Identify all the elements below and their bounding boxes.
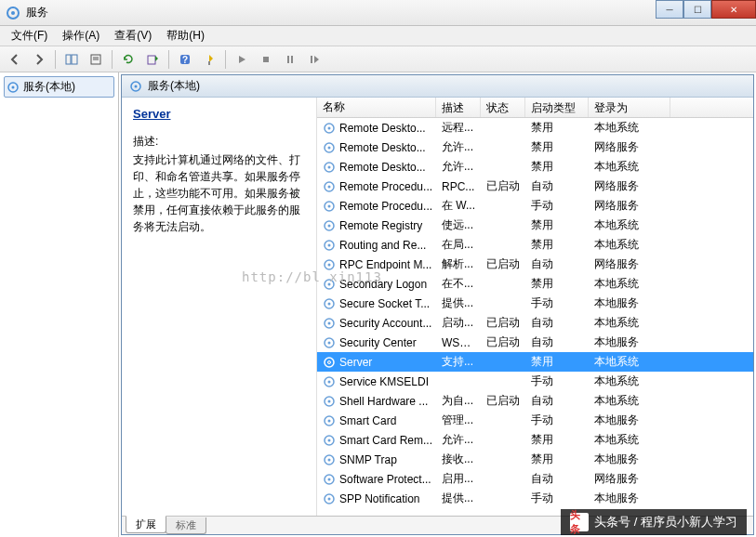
cell-startup: 禁用: [525, 157, 589, 177]
cell-logon: 网络服务: [589, 177, 670, 196]
gear-icon: [323, 356, 336, 369]
cell-name: RPC Endpoint M...: [317, 256, 436, 273]
cell-startup: 自动: [525, 391, 589, 411]
cell-startup: 禁用: [525, 235, 589, 255]
col-name[interactable]: 名称: [317, 98, 436, 117]
cell-desc: 远程...: [436, 118, 481, 138]
cell-name: Service KMSELDI: [317, 373, 436, 390]
svg-point-24: [328, 165, 331, 168]
service-row[interactable]: Secure Socket T...提供...手动本地服务: [317, 294, 753, 313]
cell-desc: 支持...: [436, 352, 481, 372]
service-row[interactable]: Smart Card管理...手动本地服务: [317, 411, 753, 430]
selected-service-name[interactable]: Server: [133, 107, 305, 121]
help-button[interactable]: ?: [174, 48, 196, 71]
pane-body: Server 描述: 支持此计算机通过网络的文件、打印、和命名管道共享。如果服务…: [122, 98, 753, 516]
svg-point-46: [328, 380, 331, 383]
menu-file[interactable]: 文件(F): [4, 26, 55, 46]
service-row[interactable]: Routing and Re...在局...禁用本地系统: [317, 235, 753, 255]
properties-button[interactable]: [85, 48, 107, 71]
tab-standard[interactable]: 标准: [166, 517, 206, 534]
svg-rect-3: [72, 55, 77, 64]
cell-startup: 禁用: [525, 430, 589, 450]
service-row[interactable]: Server支持...禁用本地系统: [317, 352, 753, 372]
menu-help[interactable]: 帮助(H): [159, 26, 212, 46]
svg-point-28: [328, 204, 331, 207]
cell-status: [481, 224, 525, 228]
export-button[interactable]: [141, 48, 164, 71]
cell-name: Shell Hardware ...: [317, 393, 436, 410]
attribution-text: 头条号 / 程序员小新人学习: [594, 514, 737, 530]
restart-service-button[interactable]: [303, 48, 325, 71]
col-status[interactable]: 状态: [481, 98, 525, 117]
cell-startup: 禁用: [525, 118, 589, 138]
refresh-button[interactable]: [117, 48, 139, 71]
service-row[interactable]: Security CenterWSC...已启动自动本地服务: [317, 333, 753, 352]
service-row[interactable]: Remote Procedu...RPC...已启动自动网络服务: [317, 177, 753, 196]
svg-rect-14: [311, 56, 312, 63]
menu-view[interactable]: 查看(V): [107, 26, 159, 46]
service-row[interactable]: Service KMSELDI手动本地系统: [317, 372, 753, 391]
stop-service-button[interactable]: [255, 48, 277, 71]
menu-action[interactable]: 操作(A): [55, 26, 107, 46]
svg-rect-11: [263, 57, 269, 62]
service-row[interactable]: SPP Notification提供...手动本地服务: [317, 489, 753, 508]
svg-rect-7: [148, 56, 155, 64]
cell-startup: 手动: [525, 411, 589, 430]
cell-name: Secondary Logon: [317, 276, 436, 293]
service-row[interactable]: RPC Endpoint M...解析...已启动自动网络服务: [317, 255, 753, 274]
svg-text:?: ?: [182, 55, 188, 65]
tree-root-services[interactable]: 服务(本地): [4, 76, 114, 98]
service-row[interactable]: Smart Card Rem...允许...禁用本地系统: [317, 430, 753, 450]
list-body[interactable]: Remote Deskto...远程...禁用本地系统Remote Deskto…: [317, 118, 753, 516]
svg-point-26: [328, 185, 331, 188]
svg-point-20: [328, 126, 331, 129]
cell-logon: 本地系统: [589, 352, 670, 372]
help-index-button[interactable]: [198, 48, 220, 71]
start-service-button[interactable]: [231, 48, 253, 71]
cell-status: 已启动: [481, 255, 525, 274]
service-row[interactable]: Shell Hardware ...为自...已启动自动本地系统: [317, 391, 753, 411]
service-row[interactable]: SNMP Trap接收...禁用本地服务: [317, 450, 753, 469]
col-desc[interactable]: 描述: [436, 98, 481, 117]
col-logon[interactable]: 登录为: [589, 98, 670, 117]
svg-rect-2: [66, 55, 71, 64]
service-row[interactable]: Remote Deskto...允许...禁用网络服务: [317, 138, 753, 157]
gear-icon: [323, 395, 336, 408]
separator: [225, 50, 226, 69]
cell-status: [481, 478, 525, 481]
maximize-button[interactable]: ☐: [683, 0, 711, 19]
gear-icon: [323, 375, 336, 388]
show-hide-tree-button[interactable]: [60, 48, 83, 71]
gear-icon: [323, 473, 336, 486]
cell-desc: [436, 380, 481, 384]
close-button[interactable]: ✕: [711, 0, 756, 19]
cell-logon: 本地系统: [589, 274, 670, 294]
service-row[interactable]: Remote Registry使远...禁用本地系统: [317, 216, 753, 235]
service-row[interactable]: Remote Deskto...允许...禁用本地系统: [317, 157, 753, 177]
cell-logon: 本地系统: [589, 216, 670, 235]
service-row[interactable]: Security Account...启动...已启动自动本地系统: [317, 313, 753, 333]
service-row[interactable]: Software Protect...启用...自动网络服务: [317, 469, 753, 489]
cell-name: Security Center: [317, 334, 436, 351]
cell-status: [481, 419, 525, 423]
service-row[interactable]: Remote Deskto...远程...禁用本地系统: [317, 118, 753, 138]
tab-extended[interactable]: 扩展: [126, 516, 166, 533]
cell-startup: 自动: [525, 255, 589, 274]
forward-button[interactable]: [28, 48, 50, 71]
pause-service-button[interactable]: [279, 48, 301, 71]
cell-logon: 网络服务: [589, 255, 670, 274]
app-icon: [6, 6, 20, 20]
col-startup[interactable]: 启动类型: [525, 98, 589, 117]
service-row[interactable]: Remote Procedu...在 W...手动网络服务: [317, 196, 753, 216]
cell-startup: 禁用: [525, 138, 589, 157]
svg-point-32: [328, 243, 331, 246]
back-button[interactable]: [4, 48, 26, 71]
cell-name: Secure Socket T...: [317, 295, 436, 312]
svg-point-16: [12, 85, 15, 88]
list-header: 名称 描述 状态 启动类型 登录为: [317, 98, 753, 118]
service-row[interactable]: Secondary Logon在不...禁用本地系统: [317, 274, 753, 294]
cell-startup: 手动: [525, 196, 589, 216]
minimize-button[interactable]: ─: [656, 0, 683, 19]
gear-icon: [323, 200, 336, 213]
description-label: 描述:: [133, 134, 305, 150]
